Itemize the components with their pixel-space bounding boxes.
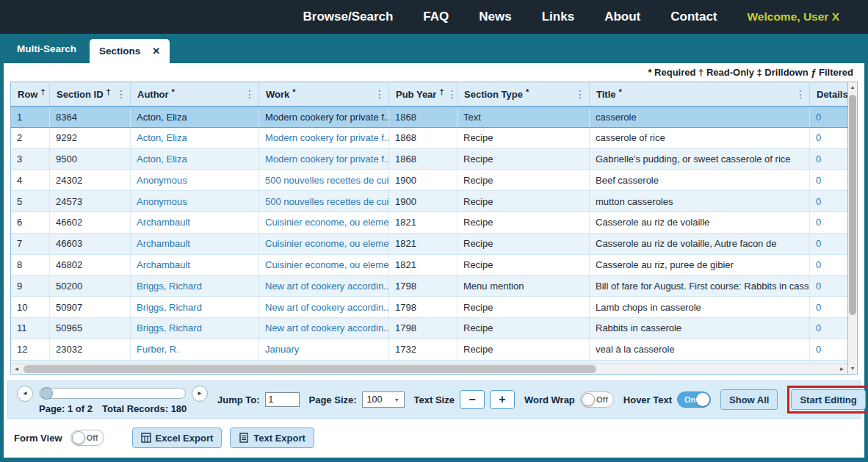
cell-work[interactable]: New art of cookery accordin... xyxy=(259,318,389,339)
nav-news[interactable]: News xyxy=(479,10,511,24)
column-header-row[interactable]: Row† xyxy=(11,82,50,106)
column-header-details[interactable]: Details xyxy=(810,82,847,106)
cell-work[interactable]: Modern cookery for private f... xyxy=(259,128,389,148)
table-row[interactable]: 1050907Briggs, RichardNew art of cookery… xyxy=(11,297,847,318)
text-size-increase-button[interactable]: + xyxy=(490,390,515,409)
column-header-work[interactable]: Work*⋮ xyxy=(259,82,389,106)
jump-to-input[interactable] xyxy=(265,392,300,407)
column-header-pub-year[interactable]: Pub Year†⋮ xyxy=(389,82,457,106)
table-row[interactable]: 646602ArchambaultCuisinier econome, ou e… xyxy=(11,212,847,234)
cell-details[interactable]: 0 xyxy=(810,275,847,296)
vertical-scrollbar-thumb[interactable] xyxy=(849,95,856,315)
horizontal-scrollbar-thumb[interactable] xyxy=(23,365,596,373)
table-row[interactable]: 524573Anonymous500 nouvelles recettes de… xyxy=(11,191,847,212)
cell-author[interactable]: Archambault xyxy=(131,255,259,275)
cell-author[interactable]: Briggs, Richard xyxy=(131,275,259,296)
table-row[interactable]: 424302Anonymous500 nouvelles recettes de… xyxy=(11,170,847,191)
cell-details[interactable]: 0 xyxy=(810,212,847,233)
cell-work[interactable]: Modern cookery for private f... xyxy=(259,149,389,170)
text-size-decrease-button[interactable]: − xyxy=(460,390,485,409)
excel-export-button[interactable]: Excel Export xyxy=(132,427,223,448)
cell-work[interactable]: January xyxy=(259,339,389,360)
cell-author[interactable]: Acton, Eliza xyxy=(131,107,259,127)
start-editing-button[interactable]: Start Editing xyxy=(791,389,865,410)
cell-author[interactable]: Acton, Eliza xyxy=(131,128,259,148)
page-size-select[interactable]: 100 ▼ xyxy=(362,391,405,408)
cell-work[interactable]: Modern cookery for private f... xyxy=(259,107,389,127)
page-slider-thumb[interactable] xyxy=(40,387,53,400)
cell-work[interactable]: New art of cookery accordin... xyxy=(259,297,389,317)
page-slider[interactable] xyxy=(39,388,186,399)
cell-work[interactable]: Cuisinier econome, ou eleme... xyxy=(259,234,389,254)
cell-details[interactable]: 0 xyxy=(810,234,847,254)
cell-author[interactable]: Anonymous xyxy=(131,191,259,212)
cell-work[interactable]: Cuisinier econome, ou eleme... xyxy=(259,212,389,233)
column-header-section-id[interactable]: Section ID†⋮ xyxy=(50,82,131,106)
table-row[interactable]: 18364Acton, ElizaModern cookery for priv… xyxy=(11,107,847,128)
hover-text-toggle[interactable]: On xyxy=(677,391,711,408)
table-row[interactable]: 39500Acton, ElizaModern cookery for priv… xyxy=(11,149,847,170)
cell-work[interactable]: 500 nouvelles recettes de cui... xyxy=(259,191,389,212)
prev-page-button[interactable]: ◄ xyxy=(17,386,33,402)
column-header-section-type[interactable]: Section Type*⋮ xyxy=(457,82,590,106)
column-menu-icon[interactable]: ⋮ xyxy=(572,88,585,100)
cell-row: 1 xyxy=(11,107,50,127)
cell-author[interactable]: Briggs, Richard xyxy=(131,297,259,317)
cell-details[interactable]: 0 xyxy=(810,191,847,212)
table-row[interactable]: 950200Briggs, RichardNew art of cookery … xyxy=(11,275,847,297)
cell-work[interactable]: New art of cookery accordin... xyxy=(259,275,389,296)
word-wrap-toggle[interactable]: Off xyxy=(580,391,614,408)
cell-work[interactable]: 500 nouvelles recettes de cui... xyxy=(259,170,389,190)
nav-contact[interactable]: Contact xyxy=(670,10,717,24)
nav-about[interactable]: About xyxy=(604,10,640,24)
scroll-right-icon[interactable]: ► xyxy=(836,366,847,372)
table-row[interactable]: 846802ArchambaultCuisinier econome, ou e… xyxy=(11,255,847,276)
table-row[interactable]: 1150965Briggs, RichardNew art of cookery… xyxy=(11,318,847,339)
cell-details[interactable]: 0 xyxy=(810,128,847,148)
column-header-title[interactable]: Title*⋮ xyxy=(590,82,810,106)
vertical-scrollbar[interactable]: ▲ ▼ xyxy=(847,82,857,374)
scroll-up-icon[interactable]: ▲ xyxy=(848,82,857,93)
nav-faq[interactable]: FAQ xyxy=(423,10,449,24)
table-row[interactable]: 746603ArchambaultCuisinier econome, ou e… xyxy=(11,234,847,255)
tab-close-icon[interactable]: ✕ xyxy=(152,46,160,56)
cell-author[interactable]: Furber, R. xyxy=(131,339,259,360)
vertical-scrollbar-track[interactable] xyxy=(848,93,857,364)
column-header-author[interactable]: Author*⋮ xyxy=(131,82,259,106)
column-menu-icon[interactable]: ⋮ xyxy=(113,88,126,100)
cell-title: Casserole au riz de volaille xyxy=(590,212,810,233)
table-row[interactable]: 29292Acton, ElizaModern cookery for priv… xyxy=(11,128,847,149)
tab-multi-search[interactable]: Multi-Search xyxy=(7,34,86,63)
column-menu-icon[interactable]: ⋮ xyxy=(444,88,457,100)
cell-author[interactable]: Archambault xyxy=(131,234,259,254)
cell-details[interactable]: 0 xyxy=(810,318,847,339)
cell-details[interactable]: 0 xyxy=(810,339,847,360)
cell-author[interactable]: Anonymous xyxy=(131,170,259,190)
cell-details[interactable]: 0 xyxy=(810,255,847,275)
table-row[interactable]: 1223032Furber, R.January1732Recipeveal à… xyxy=(11,339,847,361)
cell-details[interactable]: 0 xyxy=(810,107,847,127)
cell-author[interactable]: Briggs, Richard xyxy=(131,318,259,339)
cell-section-type: Recipe xyxy=(457,297,590,317)
form-view-toggle[interactable]: Off xyxy=(70,430,104,446)
welcome-user[interactable]: Welcome, User X xyxy=(748,10,840,24)
show-all-button[interactable]: Show All xyxy=(720,389,778,410)
cell-author[interactable]: Archambault xyxy=(131,212,259,233)
column-menu-icon[interactable]: ⋮ xyxy=(242,88,255,100)
scroll-left-icon[interactable]: ◄ xyxy=(11,366,22,372)
cell-author[interactable]: Acton, Eliza xyxy=(131,149,259,170)
next-page-button[interactable]: ► xyxy=(192,386,208,402)
nav-links[interactable]: Links xyxy=(542,10,574,24)
column-menu-icon[interactable]: ⋮ xyxy=(372,88,385,100)
horizontal-scrollbar[interactable]: ◄ ► xyxy=(11,364,847,374)
cell-details[interactable]: 0 xyxy=(810,297,847,317)
cell-details[interactable]: 0 xyxy=(810,170,847,190)
tab-sections[interactable]: Sections ✕ xyxy=(90,39,170,63)
nav-browse-search[interactable]: Browse/Search xyxy=(303,10,394,24)
cell-details[interactable]: 0 xyxy=(810,149,847,170)
scroll-down-icon[interactable]: ▼ xyxy=(848,364,857,374)
toggle-knob xyxy=(696,393,709,406)
cell-work[interactable]: Cuisinier econome, ou eleme... xyxy=(259,255,389,275)
text-export-button[interactable]: Text Export xyxy=(230,427,314,448)
column-menu-icon[interactable]: ⋮ xyxy=(792,88,806,100)
